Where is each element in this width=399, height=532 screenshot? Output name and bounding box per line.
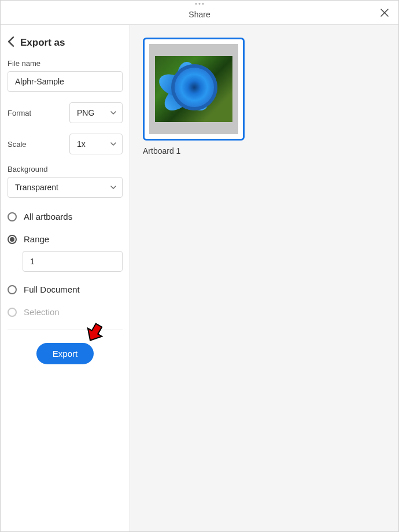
format-value: PNG bbox=[77, 108, 94, 117]
annotation-arrow-icon bbox=[84, 320, 107, 349]
background-label: Background bbox=[8, 165, 123, 173]
artboard-preview-area: Artboard 1 bbox=[130, 25, 398, 531]
dialog-title: Share bbox=[189, 10, 210, 19]
radio-selection: Selection bbox=[8, 307, 123, 317]
scale-select[interactable]: 1x bbox=[69, 134, 123, 154]
radio-label: All artboards bbox=[24, 212, 72, 221]
radio-icon bbox=[8, 235, 17, 244]
radio-all-artboards[interactable]: All artboards bbox=[8, 212, 123, 221]
radio-icon bbox=[8, 285, 17, 294]
radio-label: Selection bbox=[24, 307, 60, 317]
chevron-left-icon bbox=[8, 36, 14, 47]
file-name-label: File name bbox=[8, 59, 123, 68]
back-button[interactable] bbox=[8, 36, 14, 49]
scale-value: 1x bbox=[77, 139, 86, 149]
chevron-down-icon bbox=[110, 110, 116, 116]
artboard-title: Artboard 1 bbox=[143, 146, 386, 156]
range-input[interactable] bbox=[23, 251, 123, 272]
panel-title: Export as bbox=[20, 37, 65, 49]
scale-label: Scale bbox=[8, 140, 27, 149]
radio-label: Full Document bbox=[24, 285, 80, 294]
chevron-down-icon bbox=[110, 141, 116, 147]
format-label: Format bbox=[8, 109, 31, 117]
background-select[interactable]: Transparent bbox=[8, 177, 123, 198]
close-icon bbox=[380, 9, 389, 17]
chevron-down-icon bbox=[110, 184, 116, 190]
artboard-thumbnail[interactable] bbox=[143, 38, 245, 141]
drag-handle-icon bbox=[195, 3, 204, 5]
close-button[interactable] bbox=[378, 6, 391, 20]
artboard-image bbox=[149, 44, 238, 134]
export-sidebar: Export as File name Format PNG Scale 1x … bbox=[1, 25, 130, 531]
radio-full-document[interactable]: Full Document bbox=[8, 285, 123, 294]
file-name-input[interactable] bbox=[8, 71, 123, 92]
radio-range[interactable]: Range bbox=[8, 234, 123, 244]
background-value: Transparent bbox=[15, 183, 58, 192]
radio-icon bbox=[8, 308, 17, 317]
format-select[interactable]: PNG bbox=[69, 102, 123, 123]
radio-label: Range bbox=[24, 234, 49, 244]
radio-icon bbox=[8, 212, 17, 221]
dialog-header: Share bbox=[1, 1, 398, 25]
